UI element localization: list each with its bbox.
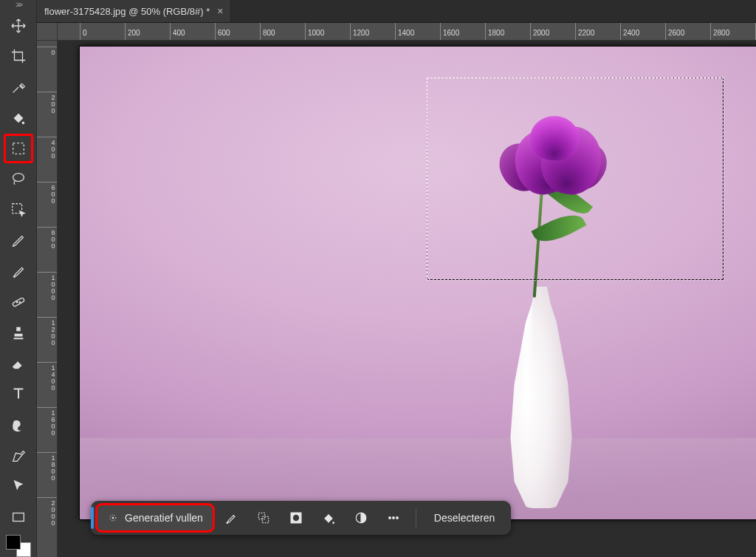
move-tool[interactable] <box>4 12 32 40</box>
svg-rect-3 <box>12 297 24 307</box>
eyedropper-tool[interactable] <box>4 73 32 101</box>
ruler-tick: 600 <box>215 23 230 40</box>
move-icon <box>10 18 27 34</box>
ruler-tick: 2000 <box>37 497 57 526</box>
ruler-tick: 1800 <box>37 452 57 481</box>
adjust-button[interactable] <box>346 505 376 531</box>
eraser-tool[interactable] <box>4 349 32 377</box>
crop-icon <box>10 48 27 64</box>
vertical-ruler: 0200400600800100012001400160018002000 <box>37 41 58 557</box>
paint-bucket-icon <box>10 109 27 126</box>
brush-icon <box>10 263 27 279</box>
ruler-origin <box>37 23 58 41</box>
svg-point-16 <box>396 517 399 519</box>
canvas-viewport[interactable]: Generatief vullen <box>58 41 756 557</box>
ruler-tick: 0 <box>37 47 57 55</box>
bucket-icon <box>321 510 336 525</box>
select-subject-button[interactable] <box>216 505 246 531</box>
ruler-tick: 800 <box>37 227 57 249</box>
svg-point-8 <box>112 517 114 519</box>
bandage-icon <box>10 294 27 310</box>
svg-point-12 <box>293 515 299 521</box>
generative-fill-label: Generatief vullen <box>125 512 203 524</box>
more-button[interactable] <box>379 505 408 531</box>
svg-rect-9 <box>258 513 264 519</box>
svg-point-15 <box>393 517 395 519</box>
ruler-tick: 1200 <box>37 317 57 346</box>
marquee-icon <box>10 140 27 157</box>
fill-tool[interactable] <box>4 104 32 132</box>
ruler-tick: 1400 <box>395 23 414 40</box>
taskbar-separator <box>416 508 416 527</box>
modify-icon <box>256 510 271 525</box>
rectangle-shape-tool[interactable] <box>4 503 32 531</box>
brush-small-tool[interactable] <box>4 227 32 255</box>
adjust-icon <box>354 510 368 525</box>
lasso-icon <box>10 171 27 187</box>
horizontal-ruler: 0200400600800100012001400160018002000220… <box>58 23 756 41</box>
smudge-icon <box>10 417 27 433</box>
tools-panel: >> <box>0 0 37 557</box>
color-swatches[interactable] <box>6 535 31 557</box>
svg-point-14 <box>389 517 391 519</box>
svg-point-5 <box>19 301 20 302</box>
lasso-tool[interactable] <box>4 165 32 194</box>
selection-marquee[interactable] <box>427 78 724 280</box>
stamp-tool[interactable] <box>4 318 32 346</box>
ruler-tick: 1200 <box>350 23 369 40</box>
generative-fill-button[interactable]: Generatief vullen <box>97 505 213 531</box>
svg-rect-0 <box>13 143 24 154</box>
type-icon <box>10 386 27 402</box>
svg-rect-6 <box>13 513 24 521</box>
crop-tool[interactable] <box>4 42 32 70</box>
ruler-tick: 400 <box>37 137 57 159</box>
marquee-select-tool[interactable] <box>4 134 32 163</box>
ruler-tick: 0 <box>80 23 87 40</box>
object-select-tool[interactable] <box>4 196 32 224</box>
ruler-tick: 1800 <box>485 23 504 40</box>
pen-tool[interactable] <box>4 442 32 470</box>
fill-selection-button[interactable] <box>314 505 343 531</box>
ellipsis-icon <box>386 510 401 525</box>
object-select-icon <box>10 202 27 218</box>
ruler-tick: 400 <box>170 23 185 40</box>
direct-select-tool[interactable] <box>4 472 32 500</box>
ruler-tick: 1400 <box>37 362 57 391</box>
svg-rect-10 <box>262 516 268 522</box>
smudge-tool[interactable] <box>4 411 32 439</box>
ruler-tick: 1000 <box>305 23 324 40</box>
arrow-icon <box>10 478 27 494</box>
brush-select-icon <box>224 510 238 525</box>
ruler-tick: 600 <box>37 182 57 204</box>
deselect-button[interactable]: Deselecteren <box>424 512 506 524</box>
close-icon[interactable]: × <box>217 5 223 17</box>
heal-tool[interactable] <box>4 288 32 316</box>
mask-icon <box>289 510 303 525</box>
pen-icon <box>10 448 27 464</box>
ruler-tick: 800 <box>260 23 275 40</box>
ruler-tick: 1600 <box>37 407 57 436</box>
pencil-brush-icon <box>10 233 27 249</box>
ruler-tick: 2000 <box>530 23 549 40</box>
ruler-tick: 200 <box>125 23 140 40</box>
ruler-tick: 1600 <box>440 23 459 40</box>
main-area: flower-3175428.jpg @ 50% (RGB/8#) * × 02… <box>37 0 756 557</box>
brush-tool[interactable] <box>4 257 32 285</box>
foreground-color-swatch[interactable] <box>6 535 21 550</box>
canvas[interactable] <box>80 47 756 519</box>
type-tool[interactable] <box>4 380 32 409</box>
document-tab[interactable]: flower-3175428.jpg @ 50% (RGB/8#) * × <box>37 0 231 22</box>
ruler-tick: 2200 <box>575 23 594 40</box>
taskbar-accent <box>91 507 94 529</box>
ruler-tick: 2600 <box>665 23 684 40</box>
rectangle-icon <box>10 509 27 525</box>
modify-selection-button[interactable] <box>249 505 278 531</box>
workspace: 0200400600800100012001400160018002000220… <box>37 23 756 557</box>
mask-button[interactable] <box>281 505 311 531</box>
ruler-tick: 200 <box>37 92 57 114</box>
collapse-toolbar-icon[interactable]: >> <box>0 0 37 10</box>
stamp-icon <box>10 324 27 341</box>
ruler-tick: 2800 <box>710 23 729 40</box>
svg-point-1 <box>13 174 24 182</box>
svg-point-4 <box>16 301 17 302</box>
